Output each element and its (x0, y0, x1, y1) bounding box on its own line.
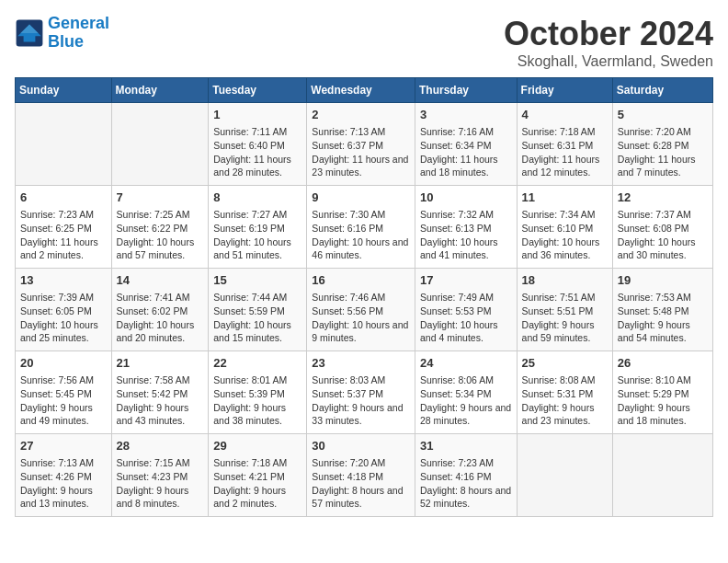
calendar-cell: 30Sunrise: 7:20 AMSunset: 4:18 PMDayligh… (307, 434, 415, 517)
calendar-cell: 24Sunrise: 8:06 AMSunset: 5:34 PMDayligh… (415, 351, 517, 434)
weekday-header-wednesday: Wednesday (307, 78, 415, 103)
day-info: Sunrise: 7:53 AM (618, 291, 708, 304)
day-info: Sunset: 6:40 PM (213, 139, 301, 153)
calendar-cell: 14Sunrise: 7:41 AMSunset: 6:02 PMDayligh… (111, 269, 209, 351)
day-number: 21 (117, 355, 204, 372)
day-info: Sunrise: 7:30 AM (312, 208, 410, 222)
day-number: 24 (420, 355, 512, 372)
calendar-week-2: 6Sunrise: 7:23 AMSunset: 6:25 PMDaylight… (16, 186, 713, 269)
calendar-cell: 6Sunrise: 7:23 AMSunset: 6:25 PMDaylight… (16, 186, 112, 269)
day-info: Sunset: 6:31 PM (522, 139, 608, 153)
day-number: 6 (20, 190, 107, 206)
day-info: Sunset: 6:34 PM (420, 139, 512, 153)
day-info: Daylight: 9 hours and 38 minutes. (213, 401, 301, 428)
day-info: Sunset: 4:26 PM (20, 470, 107, 484)
day-info: Sunrise: 7:46 AM (312, 291, 410, 304)
calendar-cell: 1Sunrise: 7:11 AMSunset: 6:40 PMDaylight… (209, 103, 307, 186)
calendar-subtitle: Skoghall, Vaermland, Sweden (504, 53, 713, 70)
day-info: Sunset: 6:37 PM (312, 139, 410, 153)
calendar-cell (16, 103, 112, 186)
calendar-cell: 20Sunrise: 7:56 AMSunset: 5:45 PMDayligh… (16, 351, 112, 434)
day-info: Sunrise: 7:13 AM (20, 456, 107, 470)
day-number: 27 (20, 438, 107, 454)
day-info: Sunset: 6:16 PM (312, 222, 410, 236)
day-number: 29 (213, 438, 301, 454)
day-number: 2 (312, 107, 410, 123)
calendar-cell: 16Sunrise: 7:46 AMSunset: 5:56 PMDayligh… (307, 269, 415, 351)
logo-icon (15, 18, 44, 48)
logo-text: General Blue (48, 15, 109, 52)
day-info: Sunset: 6:08 PM (618, 222, 708, 236)
calendar-cell (517, 434, 612, 517)
day-number: 9 (312, 190, 410, 206)
day-info: Daylight: 10 hours and 41 minutes. (420, 236, 512, 262)
day-info: Sunrise: 8:10 AM (618, 373, 708, 387)
day-info: Daylight: 9 hours and 33 minutes. (312, 401, 410, 428)
calendar-cell: 18Sunrise: 7:51 AMSunset: 5:51 PMDayligh… (517, 269, 612, 351)
day-number: 28 (117, 438, 204, 454)
day-info: Sunrise: 7:44 AM (213, 291, 301, 304)
day-info: Sunrise: 7:16 AM (420, 125, 512, 139)
day-info: Daylight: 10 hours and 57 minutes. (117, 236, 204, 262)
day-info: Sunset: 5:53 PM (420, 304, 512, 318)
calendar-body: 1Sunrise: 7:11 AMSunset: 6:40 PMDaylight… (16, 103, 713, 517)
weekday-header-saturday: Saturday (612, 78, 712, 103)
day-info: Sunrise: 7:32 AM (420, 208, 512, 222)
day-info: Daylight: 11 hours and 7 minutes. (618, 153, 708, 179)
day-number: 11 (522, 190, 608, 206)
day-number: 4 (522, 107, 608, 123)
logo: General Blue (15, 15, 109, 52)
day-info: Sunset: 5:56 PM (312, 304, 410, 318)
day-info: Daylight: 9 hours and 43 minutes. (117, 401, 204, 428)
day-info: Daylight: 8 hours and 52 minutes. (420, 484, 512, 511)
day-info: Sunrise: 7:20 AM (312, 456, 410, 470)
day-info: Sunset: 4:23 PM (117, 470, 204, 484)
calendar-week-5: 27Sunrise: 7:13 AMSunset: 4:26 PMDayligh… (16, 434, 713, 517)
day-info: Sunrise: 7:11 AM (213, 125, 301, 139)
day-info: Sunrise: 7:18 AM (522, 125, 608, 139)
weekday-header-thursday: Thursday (415, 78, 517, 103)
day-info: Sunrise: 7:51 AM (522, 291, 608, 304)
day-info: Sunrise: 7:18 AM (213, 456, 301, 470)
day-info: Daylight: 10 hours and 25 minutes. (20, 318, 107, 345)
day-number: 8 (213, 190, 301, 206)
day-info: Sunset: 6:05 PM (20, 304, 107, 318)
day-info: Daylight: 10 hours and 15 minutes. (213, 318, 301, 345)
day-info: Daylight: 11 hours and 23 minutes. (312, 153, 410, 179)
day-number: 31 (420, 438, 512, 454)
calendar-cell: 8Sunrise: 7:27 AMSunset: 6:19 PMDaylight… (209, 186, 307, 269)
day-info: Daylight: 9 hours and 54 minutes. (618, 318, 708, 345)
calendar-cell: 11Sunrise: 7:34 AMSunset: 6:10 PMDayligh… (517, 186, 612, 269)
day-info: Sunrise: 8:03 AM (312, 373, 410, 387)
day-info: Sunrise: 7:37 AM (618, 208, 708, 222)
day-info: Daylight: 9 hours and 13 minutes. (20, 484, 107, 511)
day-info: Daylight: 10 hours and 9 minutes. (312, 318, 410, 345)
day-number: 16 (312, 272, 410, 289)
day-info: Sunrise: 7:56 AM (20, 373, 107, 387)
day-info: Daylight: 11 hours and 12 minutes. (522, 153, 608, 179)
weekday-header-tuesday: Tuesday (209, 78, 307, 103)
title-block: October 2024 Skoghall, Vaermland, Sweden (504, 15, 713, 70)
calendar-cell: 7Sunrise: 7:25 AMSunset: 6:22 PMDaylight… (111, 186, 209, 269)
calendar-cell: 13Sunrise: 7:39 AMSunset: 6:05 PMDayligh… (16, 269, 112, 351)
calendar-cell: 19Sunrise: 7:53 AMSunset: 5:48 PMDayligh… (612, 269, 712, 351)
day-info: Sunrise: 7:25 AM (117, 208, 204, 222)
day-info: Sunrise: 7:49 AM (420, 291, 512, 304)
day-info: Sunset: 5:42 PM (117, 387, 204, 401)
day-info: Sunrise: 7:58 AM (117, 373, 204, 387)
calendar-cell: 10Sunrise: 7:32 AMSunset: 6:13 PMDayligh… (415, 186, 517, 269)
day-info: Sunset: 6:22 PM (117, 222, 204, 236)
calendar-cell: 27Sunrise: 7:13 AMSunset: 4:26 PMDayligh… (16, 434, 112, 517)
day-info: Sunrise: 7:13 AM (312, 125, 410, 139)
calendar-cell: 2Sunrise: 7:13 AMSunset: 6:37 PMDaylight… (307, 103, 415, 186)
calendar-cell: 12Sunrise: 7:37 AMSunset: 6:08 PMDayligh… (612, 186, 712, 269)
day-info: Daylight: 10 hours and 20 minutes. (117, 318, 204, 345)
day-info: Sunset: 5:48 PM (618, 304, 708, 318)
day-info: Daylight: 9 hours and 8 minutes. (117, 484, 204, 511)
day-info: Sunset: 4:16 PM (420, 470, 512, 484)
day-number: 1 (213, 107, 301, 123)
day-info: Sunrise: 8:01 AM (213, 373, 301, 387)
day-info: Sunrise: 7:15 AM (117, 456, 204, 470)
calendar-table: SundayMondayTuesdayWednesdayThursdayFrid… (15, 77, 713, 517)
day-number: 18 (522, 272, 608, 289)
